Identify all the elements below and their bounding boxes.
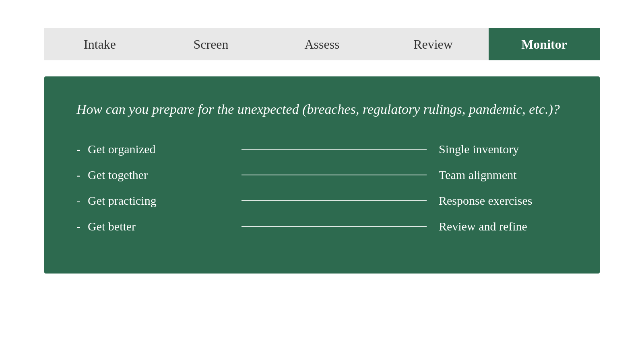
- tab-intake[interactable]: Intake: [44, 28, 155, 60]
- item-left-better: - Get better: [76, 220, 229, 233]
- label-review-refine: Review and refine: [439, 220, 568, 233]
- tab-bar: Intake Screen Assess Review Monitor: [44, 28, 600, 60]
- label-team-alignment: Team alignment: [439, 168, 568, 182]
- label-single-inventory: Single inventory: [439, 142, 568, 156]
- item-row-organized: - Get organized Single inventory: [76, 142, 568, 156]
- question-text: How can you prepare for the unexpected (…: [76, 101, 568, 118]
- label-get-practicing: Get practicing: [88, 194, 157, 208]
- tab-intake-label: Intake: [84, 37, 116, 52]
- item-left-organized: - Get organized: [76, 142, 229, 156]
- tab-assess[interactable]: Assess: [266, 28, 378, 60]
- tab-screen[interactable]: Screen: [155, 28, 266, 60]
- tab-monitor-label: Monitor: [521, 37, 567, 52]
- tab-review-label: Review: [413, 37, 453, 52]
- tab-review[interactable]: Review: [378, 28, 489, 60]
- dash-together: -: [76, 168, 80, 182]
- tab-monitor[interactable]: Monitor: [489, 28, 600, 60]
- tab-screen-label: Screen: [193, 37, 228, 52]
- item-left-practicing: - Get practicing: [76, 194, 229, 208]
- tab-assess-label: Assess: [304, 37, 339, 52]
- page-wrapper: Intake Screen Assess Review Monitor How …: [0, 0, 644, 362]
- label-get-organized: Get organized: [88, 142, 156, 156]
- line-better: [242, 226, 427, 227]
- item-left-together: - Get together: [76, 168, 229, 182]
- item-row-together: - Get together Team alignment: [76, 168, 568, 182]
- line-practicing: [242, 200, 427, 201]
- label-get-together: Get together: [88, 168, 148, 182]
- item-row-practicing: - Get practicing Response exercises: [76, 194, 568, 208]
- label-response-exercises: Response exercises: [439, 194, 568, 208]
- dash-better: -: [76, 220, 80, 233]
- items-container: - Get organized Single inventory - Get t…: [76, 142, 568, 245]
- dash-practicing: -: [76, 194, 80, 208]
- item-row-better: - Get better Review and refine: [76, 220, 568, 233]
- line-together: [242, 175, 427, 175]
- line-organized: [242, 149, 427, 150]
- dash-organized: -: [76, 142, 80, 156]
- label-get-better: Get better: [88, 220, 136, 233]
- content-card: How can you prepare for the unexpected (…: [44, 76, 600, 274]
